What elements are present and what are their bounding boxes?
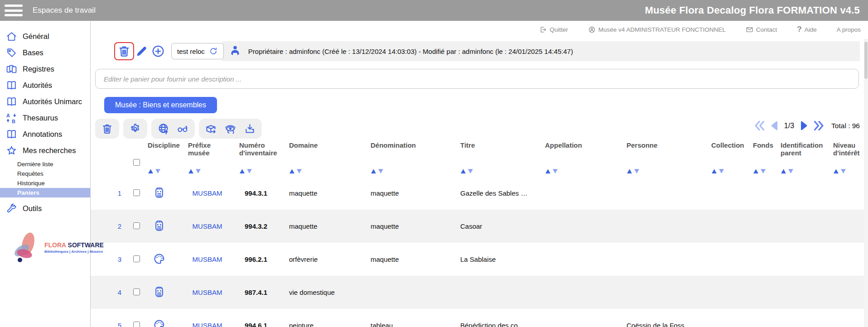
last-page-button[interactable] [813,120,825,132]
sidebar-subitem-requetes[interactable]: Requêtes [0,169,90,178]
sidebar: GénéralBasesRegistresAutoritésAutorités … [0,21,91,327]
sidebar-item-registres[interactable]: Registres [0,61,90,77]
row-checkbox[interactable] [133,289,140,295]
basket-toolbar: test reloc Propriétaire : adminfonc (Cré… [114,41,860,62]
sort-icons[interactable] [753,168,773,174]
row-number-link[interactable]: 4 [118,289,121,296]
tag-icon [6,47,17,58]
header-select-all [126,140,142,177]
table-row: 4MUSBAM987.4.1vie domestique [91,276,867,309]
tab-musee-biens[interactable]: Musée : Biens et ensembles [104,97,217,113]
sidebar-subitem-paniers[interactable]: Paniers [0,188,90,197]
sort-icons[interactable] [371,168,453,174]
trash-icon [101,123,113,135]
mask-icon [153,220,165,232]
fonds [747,276,775,309]
row-checkbox[interactable] [133,189,140,196]
sort-icons[interactable] [188,168,232,174]
download-button[interactable] [244,123,256,135]
prefixe-musee-link[interactable]: MUSBAM [193,189,222,197]
list-toolbar-groups [95,119,266,139]
header-collection: Collection [706,140,747,177]
sort-icons[interactable] [148,168,181,174]
sort-icons[interactable] [545,168,619,174]
current-user[interactable]: Musée v4 ADMINISTRATEUR FONCTIONNEL [588,26,726,34]
header-denomination: Dénomination [365,140,455,177]
header-niveau-d-interet: Niveau d'intérêt [828,140,867,177]
box-export-button[interactable] [205,123,217,135]
sidebar-item-general[interactable]: Général [0,28,90,44]
apropos-link[interactable]: A propos [837,26,861,33]
sort-icons[interactable] [781,168,826,174]
row-number-link[interactable]: 3 [118,255,121,263]
sort-alpha-icon: AB [6,112,17,124]
header-label: Dénomination [371,141,453,149]
row-checkbox[interactable] [133,255,140,262]
total-count: Total : 96 [831,122,860,130]
contact-link[interactable]: Contact [746,26,777,34]
domaine: maquette [284,210,365,243]
identification-parent [775,210,828,243]
question-icon: ? [797,25,801,34]
hamburger-icon[interactable] [5,4,23,17]
aide-link[interactable]: ?Aide [797,25,816,34]
sort-icons[interactable] [627,168,704,174]
sidebar-item-outils[interactable]: Outils [0,200,90,216]
sort-icons[interactable] [239,168,282,174]
sidebar-item-autorites-unimarc[interactable]: Autorités Unimarc [0,93,90,110]
gear-button[interactable] [129,123,141,135]
refresh-icon[interactable] [209,47,218,56]
sort-icons[interactable] [460,168,538,174]
basket-name-selector[interactable]: test reloc [171,43,224,59]
sidebar-item-bases[interactable]: Bases [0,44,90,61]
sidebar-item-thesaurus[interactable]: ABThesaurus [0,110,90,126]
titre [455,276,540,309]
globe-upload-button[interactable] [157,123,169,135]
appellation [540,309,621,327]
row-checkbox[interactable] [133,322,140,327]
header-label: Identification parent [781,141,826,157]
vertical-scrollbar[interactable] [864,39,868,327]
edit-basket-button[interactable] [135,44,149,58]
row-number-link[interactable]: 1 [118,189,121,197]
prefixe-musee-link[interactable]: MUSBAM [193,289,222,296]
add-basket-button[interactable] [151,44,165,58]
sidebar-item-autorites[interactable]: Autorités [0,77,90,93]
sidebar-item-label: Autorités Unimarc [23,97,82,106]
eye-horus-button[interactable] [224,123,236,135]
prefixe-musee-link[interactable]: MUSBAM [193,255,222,263]
owner-info: Propriétaire : adminfonc (Créé le : 13/1… [248,48,573,55]
sidebar-items: GénéralBasesRegistresAutoritésAutorités … [0,28,90,216]
sidebar-subitem-historique[interactable]: Historique [0,178,90,188]
scrollbar-thumb[interactable] [864,42,868,79]
glasses-button[interactable] [177,123,189,135]
prev-page-button[interactable] [768,120,781,132]
sidebar-subitem-derniere-liste[interactable]: Dernière liste [0,159,90,169]
titre: Casoar [455,210,540,243]
sidebar-item-annotations[interactable]: Annotations [0,126,90,142]
quitter-link[interactable]: Quitter [539,26,568,34]
select-all-checkbox[interactable] [133,159,140,166]
sort-icons[interactable] [833,168,865,174]
header-label: Appellation [545,141,619,149]
row-number-link[interactable]: 2 [118,222,121,230]
sort-icons[interactable] [289,168,363,174]
row-number-link[interactable]: 5 [118,322,121,327]
flora-logo: FLORA SOFTWARE Bibliothèques | Archives … [0,229,90,265]
header-label: Collection [711,141,746,149]
sort-icons[interactable] [711,168,746,174]
next-page-button[interactable] [798,120,810,132]
basket-description-input[interactable] [95,69,859,89]
trash-button[interactable] [101,123,113,135]
assign-user-icon[interactable] [228,44,242,58]
sidebar-item-mes-recherches[interactable]: Mes recherches [0,142,90,159]
first-page-button[interactable] [753,120,766,132]
prefixe-musee-link[interactable]: MUSBAM [193,322,222,327]
row-checkbox[interactable] [133,222,140,229]
delete-basket-button[interactable] [114,42,134,60]
personne: Coëssin de la Foss... [621,309,706,327]
page-indicator: 1/3 [784,122,794,130]
sidebar-sub-list: Dernière listeRequêtesHistoriquePaniers [0,159,90,197]
exit-icon [539,26,547,34]
prefixe-musee-link[interactable]: MUSBAM [193,222,222,230]
